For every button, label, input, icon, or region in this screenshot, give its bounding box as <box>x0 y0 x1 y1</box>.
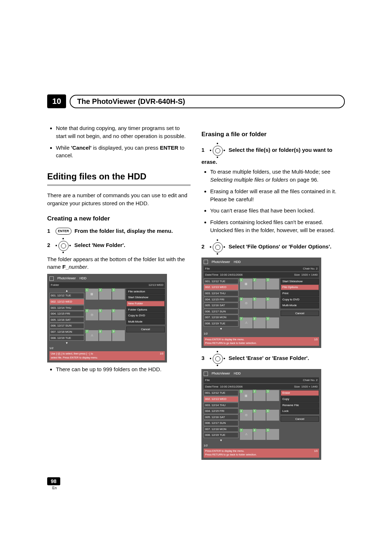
hint-line: Press RETURN to go back to folder select… <box>205 341 257 345</box>
right-column: Erasing a file or folder 1 Select the fi… <box>201 123 345 463</box>
thumbnail: 7⚠ <box>240 317 253 328</box>
step: 3 Select 'Erase' or 'Erase Folder'. <box>201 351 345 366</box>
step-number: 1 <box>47 228 50 234</box>
thumbnail: 3 <box>112 289 125 300</box>
step: 2 Select 'New Folder'. <box>47 238 191 253</box>
scroll-down-icon: ▼ <box>204 438 238 443</box>
step-text: Select 'Erase' or 'Erase Folder'. <box>229 355 309 361</box>
menu-item: Copy to DVD <box>126 313 165 319</box>
list-item: 005. 12/16 SAT <box>204 303 238 308</box>
hint-line: Press ENTER to display the menu. <box>205 338 257 341</box>
text: F_ <box>62 264 69 270</box>
step-number: 1 <box>201 147 204 153</box>
list-item: 004. 12/15 FRI <box>204 297 238 303</box>
list-item: 008. 12/19 TUE <box>204 432 238 438</box>
thumbnail: 9 <box>112 330 125 341</box>
step-number: 3 <box>201 355 204 361</box>
note-item: Note that during copying, any timer prog… <box>56 124 191 140</box>
step-number: 2 <box>47 242 50 248</box>
menu-item: Multi-Mode <box>281 303 319 308</box>
thumbnail: 3 <box>266 279 279 289</box>
thumbnail: 8 <box>253 429 266 440</box>
page-indicator: 1/3 <box>314 338 318 345</box>
thumbnail: 1▦ <box>86 289 98 300</box>
step-text: Select 'New Folder'. <box>74 242 126 248</box>
hint-line: select file. Press ENTER to display menu… <box>51 356 98 360</box>
size-value: 1920 × 1440 <box>301 273 318 276</box>
list-item: 002. 12/13 WED <box>204 396 238 402</box>
list-item: 008. 12/19 TUE <box>49 335 84 341</box>
list-item: 004. 12/15 FRI <box>204 408 238 414</box>
menu-item: File Options <box>281 284 319 290</box>
thumbnail: 1▦ <box>240 279 253 289</box>
text: number <box>69 264 87 270</box>
language-label: En <box>52 486 345 490</box>
folder-list: 001. 12/12 TUE002. 12/13 WED003. 12/14 T… <box>204 390 238 447</box>
subsection-heading: Creating a new folder <box>47 214 191 223</box>
text: To erase multiple folders, use the Multi… <box>210 169 330 175</box>
left-column: Note that during copying, any timer prog… <box>47 123 191 463</box>
thumbnail: 2 <box>253 390 266 401</box>
list-item: 008. 12/19 TUE <box>204 321 238 327</box>
app-name: PhotoViewer <box>212 371 230 376</box>
page-indicator: 1/3 <box>160 352 163 359</box>
step-text: From the folder list, display the menu. <box>74 228 173 234</box>
ui-screenshot-3: PhotoViewer HDD File Chair No. 2 Date/Ti… <box>201 369 321 459</box>
menu-item: Copy to DVD <box>281 297 319 303</box>
subsection-heading: Erasing a file or folder <box>201 130 345 139</box>
dpad-icon <box>210 351 225 366</box>
ui-screenshot-2: PhotoViewer HDD File Chair No. 2 Date/Ti… <box>201 258 321 348</box>
text: 'Cancel' <box>71 145 91 151</box>
source-label: HDD <box>79 276 87 281</box>
thumbnail: 4◎ <box>86 309 98 320</box>
source-label: HDD <box>234 371 241 376</box>
note-item: To erase multiple folders, use the Multi… <box>210 168 345 184</box>
thumbnail: 8 <box>99 330 112 341</box>
pager: 1/2 <box>204 443 238 448</box>
step: 2 Select 'File Options' or 'Folder Optio… <box>201 239 345 255</box>
section-heading: Editing files on the HDD <box>47 170 191 183</box>
dpad-icon <box>56 238 71 253</box>
menu-item: File selection <box>126 289 165 295</box>
menu-item: Rename File <box>281 402 319 408</box>
photoviewer-icon <box>204 260 208 264</box>
photoviewer-icon <box>49 276 54 281</box>
step-number: 2 <box>201 243 204 250</box>
menu-item: New Folder <box>126 301 165 307</box>
folder-list: 001. 12/12 TUE002. 12/13 WED003. 12/14 T… <box>204 279 238 336</box>
label: Size <box>294 273 300 276</box>
note-item: Folders containing locked files can't be… <box>210 218 345 234</box>
thumbnail: 9 <box>266 429 279 440</box>
list-item: 001. 12/12 TUE <box>204 390 238 396</box>
menu-item: Cancel <box>126 327 165 332</box>
list-item: 005. 12/16 SAT <box>204 414 238 420</box>
app-name: PhotoViewer <box>57 276 76 281</box>
enter-button-icon: ENTER <box>56 228 72 235</box>
list-item: 003. 12/14 THU <box>49 305 84 311</box>
label: Date/Time <box>205 385 219 388</box>
dpad-icon <box>210 143 225 158</box>
thumbnail: 7⚠ <box>240 429 253 440</box>
note-item: You can't erase files that have been loc… <box>210 207 345 215</box>
step: 1 ENTER From the folder list, display th… <box>47 227 191 235</box>
thumbnail: 5 <box>99 309 112 320</box>
notes-list: Note that during copying, any timer prog… <box>47 124 191 159</box>
text: While <box>56 145 71 151</box>
footer-hint: Press ENTER to display the menu. Press R… <box>204 449 319 457</box>
step-text: Select 'File Options' or 'Folder Options… <box>229 243 331 250</box>
text: Selecting multiple files or folders <box>210 177 288 183</box>
note-item: Erasing a folder will erase all the file… <box>210 187 345 203</box>
context-menu: File selectionStart SlideshowNew FolderF… <box>126 289 165 351</box>
page-number: 98 <box>47 477 60 485</box>
thumbnail-grid: 1▦ 2 3 4◎ 5 6 7⚠ 8 9 <box>240 279 279 336</box>
scroll-down-icon: ▼ <box>49 341 84 345</box>
file-name: Chair No. 2 <box>303 378 318 382</box>
chapter-title: The PhotoViewer (DVR-640H-S) <box>70 95 345 108</box>
list-item: 007. 12/18 MON <box>49 329 84 335</box>
menu-item: Lock <box>281 408 319 414</box>
datetime-value: 10:00 24/01/2006 <box>220 385 242 388</box>
folder-list: ▲ 001. 12/12 TUE002. 12/13 WED003. 12/14… <box>49 289 84 351</box>
list-item: 006. 12/17 SUN <box>49 323 84 329</box>
note-item: There can be up to 999 folders on the HD… <box>56 365 191 373</box>
menu-item: Start Slideshow <box>126 295 165 300</box>
